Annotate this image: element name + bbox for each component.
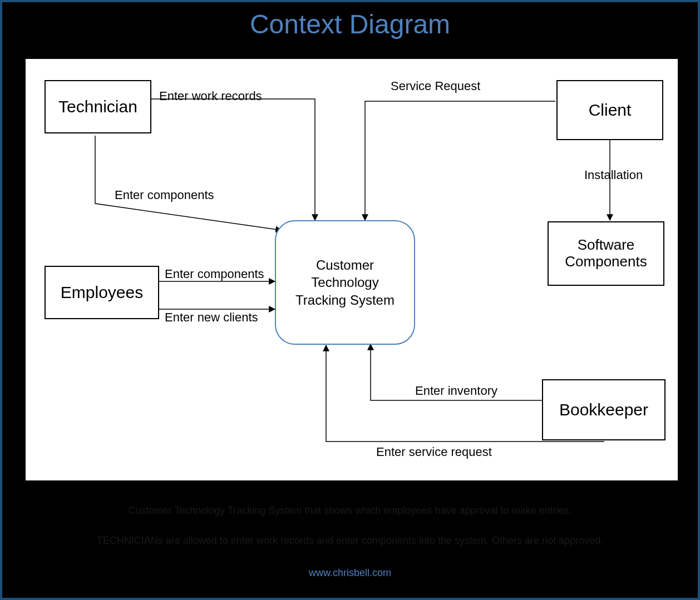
footer-url: www.chrisbell.com [2, 567, 698, 579]
process-system: Customer Technology Tracking System [275, 220, 415, 345]
entity-label: Bookkeeper [559, 400, 648, 420]
entity-employees: Employees [45, 266, 159, 319]
slide-title: Context Diagram [2, 9, 698, 39]
process-label: Customer Technology Tracking System [295, 256, 395, 309]
flow-installation: Installation [584, 168, 643, 182]
flow-tech-enter-components: Enter components [115, 188, 214, 202]
caption-line-1: Customer Technology Tracking System that… [2, 505, 698, 517]
diagram-canvas: Technician Employees Client Software Com… [26, 59, 678, 480]
flow-enter-service-request: Enter service request [376, 445, 492, 459]
entity-bookkeeper: Bookkeeper [542, 379, 666, 440]
slide-frame: Context Diagram [0, 0, 700, 600]
entity-technician: Technician [45, 80, 151, 133]
entity-label: Client [589, 101, 632, 120]
flow-service-request: Service Request [391, 79, 480, 93]
entity-software-components: Software Components [548, 221, 664, 286]
flow-emp-enter-components: Enter components [165, 267, 264, 281]
entity-label: Technician [58, 97, 137, 117]
entity-client: Client [556, 80, 663, 140]
caption-line-2: TECHNICIANs are allowed to enter work re… [2, 535, 698, 547]
flow-enter-inventory: Enter inventory [415, 384, 497, 398]
entity-label: Software Components [565, 237, 647, 270]
entity-label: Employees [61, 283, 143, 303]
flow-enter-work-records: Enter work records [159, 89, 262, 103]
flow-enter-new-clients: Enter new clients [165, 310, 258, 325]
